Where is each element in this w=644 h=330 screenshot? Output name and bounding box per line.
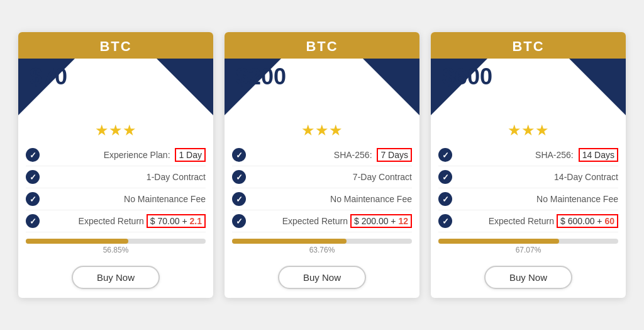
check-icon: ✓ xyxy=(26,214,40,228)
feature-text: 14-Day Contract xyxy=(457,172,618,182)
check-icon: ✓ xyxy=(438,148,452,162)
progress-bar-bg xyxy=(26,239,206,244)
feature-row-1: ✓1-Day Contract xyxy=(26,166,206,188)
card-currency-label: BTC xyxy=(225,32,419,59)
buy-now-button[interactable]: Buy Now xyxy=(278,266,366,289)
progress-area: 56.85% xyxy=(26,239,206,254)
card-currency-label: BTC xyxy=(431,32,626,59)
check-icon: ✓ xyxy=(232,192,246,206)
feature-row-2: ✓No Maintenance Fee xyxy=(26,188,206,210)
feature-text: Expected Return$ 200.00 + 12 xyxy=(251,214,412,228)
card-price: $600 xyxy=(431,64,626,90)
check-icon: ✓ xyxy=(232,170,246,184)
progress-bar-bg xyxy=(438,239,618,244)
check-icon: ✓ xyxy=(438,192,452,206)
feature-row-2: ✓No Maintenance Fee xyxy=(232,188,412,210)
card-stars: ★★★ xyxy=(232,122,412,139)
return-plus: 2.1 xyxy=(190,216,202,226)
check-icon: ✓ xyxy=(438,170,452,184)
feature-text: SHA-256: 7 Days xyxy=(251,148,412,162)
card-currency-label: BTC xyxy=(18,32,213,59)
card-price: $200 xyxy=(225,64,419,90)
highlight-box: 14 Days xyxy=(579,148,618,162)
progress-bar-fill xyxy=(232,239,347,244)
card-3: BTC$600★★★✓SHA-256: 14 Days✓14-Day Contr… xyxy=(431,32,626,298)
return-value-box: $ 70.00 + 2.1 xyxy=(147,214,206,228)
progress-label: 63.76% xyxy=(232,246,412,254)
highlight-box: 7 Days xyxy=(377,148,412,162)
card-stars: ★★★ xyxy=(438,122,618,139)
feature-text: No Maintenance Fee xyxy=(45,194,206,204)
card-body: ★★★✓SHA-256: 14 Days✓14-Day Contract✓No … xyxy=(431,115,626,298)
check-icon: ✓ xyxy=(26,148,40,162)
progress-label: 67.07% xyxy=(438,246,618,254)
card-chevron-area: $70 xyxy=(18,59,213,115)
feature-row-0: ✓SHA-256: 14 Days xyxy=(438,144,618,166)
feature-text: No Maintenance Fee xyxy=(251,194,412,204)
feature-row-3: ✓Expected Return$ 70.00 + 2.1 xyxy=(26,210,206,232)
cards-container: BTC$70★★★✓Experience Plan: 1 Day✓1-Day C… xyxy=(6,20,638,310)
progress-area: 63.76% xyxy=(232,239,412,254)
feature-row-3: ✓Expected Return$ 200.00 + 12 xyxy=(232,210,412,232)
card-body: ★★★✓SHA-256: 7 Days✓7-Day Contract✓No Ma… xyxy=(225,115,419,298)
card-body: ★★★✓Experience Plan: 1 Day✓1-Day Contrac… xyxy=(18,115,213,298)
feature-text: Expected Return$ 600.00 + 60 xyxy=(457,214,618,228)
feature-row-3: ✓Expected Return$ 600.00 + 60 xyxy=(438,210,618,232)
progress-bar-fill xyxy=(438,239,559,244)
check-icon: ✓ xyxy=(26,192,40,206)
buy-now-button[interactable]: Buy Now xyxy=(484,266,572,289)
return-plus: 60 xyxy=(604,216,614,226)
return-value-box: $ 200.00 + 12 xyxy=(350,214,412,228)
return-plus: 12 xyxy=(398,216,408,226)
feature-row-0: ✓Experience Plan: 1 Day xyxy=(26,144,206,166)
card-1: BTC$70★★★✓Experience Plan: 1 Day✓1-Day C… xyxy=(18,32,213,298)
feature-text: Experience Plan: 1 Day xyxy=(45,148,206,162)
card-chevron-area: $600 xyxy=(431,59,626,115)
feature-text: No Maintenance Fee xyxy=(457,194,618,204)
progress-bar-bg xyxy=(232,239,412,244)
check-icon: ✓ xyxy=(438,214,452,228)
card-chevron-area: $200 xyxy=(225,59,419,115)
feature-text: SHA-256: 14 Days xyxy=(457,148,618,162)
feature-row-0: ✓SHA-256: 7 Days xyxy=(232,144,412,166)
feature-text: 7-Day Contract xyxy=(251,172,412,182)
progress-label: 56.85% xyxy=(26,246,206,254)
buy-now-button[interactable]: Buy Now xyxy=(72,266,160,289)
feature-row-1: ✓7-Day Contract xyxy=(232,166,412,188)
feature-row-1: ✓14-Day Contract xyxy=(438,166,618,188)
card-stars: ★★★ xyxy=(26,122,206,139)
check-icon: ✓ xyxy=(232,148,246,162)
progress-bar-fill xyxy=(26,239,128,244)
return-value-box: $ 600.00 + 60 xyxy=(557,214,618,228)
progress-area: 67.07% xyxy=(438,239,618,254)
card-price: $70 xyxy=(18,64,213,90)
feature-text: Expected Return$ 70.00 + 2.1 xyxy=(45,214,206,228)
feature-row-2: ✓No Maintenance Fee xyxy=(438,188,618,210)
card-2: BTC$200★★★✓SHA-256: 7 Days✓7-Day Contrac… xyxy=(225,32,419,298)
check-icon: ✓ xyxy=(232,214,246,228)
highlight-box: 1 Day xyxy=(175,148,206,162)
feature-text: 1-Day Contract xyxy=(45,172,206,182)
check-icon: ✓ xyxy=(26,170,40,184)
